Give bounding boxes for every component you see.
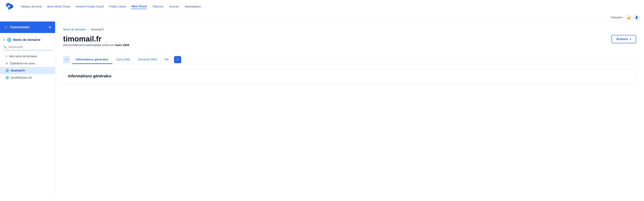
chevron-left-icon: ∨ <box>3 39 5 41</box>
globe-icon: 🌐 <box>6 76 9 79</box>
commander-label: Commander <box>10 25 30 29</box>
tab-informations-generales[interactable]: Informations générales <box>72 55 112 64</box>
cart-icon: 🛒 <box>4 25 8 30</box>
search-box[interactable]: 🔍 <box>3 45 52 50</box>
sidebar-item-mes-noms[interactable]: ≡ Mes noms de domaine <box>0 53 55 60</box>
sidebar-item-label: Opérations en cours <box>10 62 35 65</box>
domain-renewal: Renouvellement automatique prévu en mars… <box>63 43 129 47</box>
nav-hosted-private-cloud[interactable]: Hosted Private Cloud <box>76 5 104 9</box>
notifications-icon[interactable]: 🔔 <box>626 15 631 20</box>
nav-bare-metal-cloud[interactable]: Bare Metal Cloud <box>47 5 70 9</box>
sidebar-item-timomail[interactable]: 🌐 timomail.fr <box>0 67 55 74</box>
sidebar-item-operations[interactable]: ⚙ Opérations en cours <box>0 60 55 67</box>
tab-re[interactable]: Re <box>161 55 172 64</box>
tabs-row: < Informations générales Zone DNS Serveu… <box>63 55 636 64</box>
search-icon: 🔍 <box>3 45 7 49</box>
nav-marketplace[interactable]: Marketplace <box>185 5 201 9</box>
tab-serveurs-dns[interactable]: Serveurs DNS <box>134 55 161 64</box>
chevron-down-icon: ∨ <box>48 25 51 30</box>
breadcrumb: Noms de domaine / timomail.fr <box>63 28 636 31</box>
chevron-left-icon: < <box>66 58 68 61</box>
nav-public-cloud[interactable]: Public Cloud <box>109 5 126 9</box>
actions-label: Actions <box>616 37 628 41</box>
info-card-title: Informations générales <box>68 74 631 78</box>
main-nav: Tableau de bord Bare Metal Cloud Hosted … <box>20 5 639 9</box>
info-card: Informations générales <box>63 69 636 84</box>
user-account-icon[interactable]: 👤 <box>634 15 639 20</box>
language-selector[interactable]: Français ▾ <box>611 16 624 19</box>
gear-icon: ⚙ <box>6 62 8 65</box>
ovh-logo[interactable] <box>5 2 14 12</box>
sidebar-item-timothebchau[interactable]: 🌐 timothebchau.vet <box>0 74 55 81</box>
breadcrumb-separator: / <box>88 28 89 31</box>
nav-telecom[interactable]: Télécom <box>152 5 164 9</box>
breadcrumb-parent[interactable]: Noms de domaine <box>63 28 86 31</box>
chevron-down-icon: ▾ <box>622 16 624 19</box>
breadcrumb-current: timomail.fr <box>91 28 104 31</box>
nav-tableau-de-bord[interactable]: Tableau de bord <box>20 5 42 9</box>
list-icon: ≡ <box>6 55 7 58</box>
renewal-date: mars 2025 <box>115 43 129 47</box>
sidebar: 🛒 Commander ∨ ∨ 🌐 Noms de domaine 🔍 ≡ Me… <box>0 22 55 197</box>
actions-button[interactable]: Actions ∨ <box>612 35 636 43</box>
nav-sunrise[interactable]: Sunrise <box>169 5 179 9</box>
noms-de-domaine-section[interactable]: ∨ 🌐 Noms de domaine <box>0 36 55 44</box>
globe-icon: 🌐 <box>7 38 11 42</box>
sidebar-item-label: timothebchau.vet <box>11 76 32 79</box>
section-label: Noms de domaine <box>13 38 40 42</box>
commander-button[interactable]: 🛒 Commander ∨ <box>0 22 55 33</box>
search-input[interactable] <box>8 45 52 49</box>
chevron-right-icon: > <box>176 58 178 61</box>
main-content: Noms de domaine / timomail.fr timomail.f… <box>55 22 644 197</box>
domain-title: timomail.fr <box>63 35 129 43</box>
tabs-right-arrow[interactable]: > <box>174 56 181 63</box>
tab-zone-dns[interactable]: Zone DNS <box>112 55 134 64</box>
tabs-left-arrow[interactable]: < <box>63 56 70 63</box>
globe-icon: 🌐 <box>6 69 9 72</box>
language-label: Français <box>611 16 622 19</box>
sidebar-item-label: timomail.fr <box>11 69 25 72</box>
nav-web-cloud[interactable]: Web Cloud <box>131 5 146 9</box>
sidebar-item-label: Mes noms de domaine <box>9 55 37 58</box>
chevron-down-icon: ∨ <box>630 38 631 41</box>
